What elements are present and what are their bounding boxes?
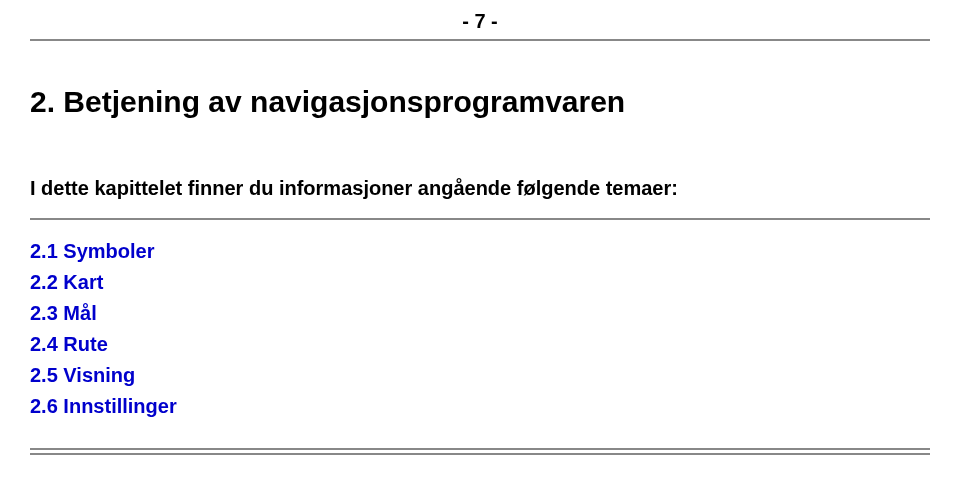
toc-link-visning[interactable]: 2.5 Visning [30,360,930,391]
page-number: - 7 - [30,10,930,33]
rule-top [30,39,930,41]
rule-after-toc [30,448,930,454]
toc-list: 2.1 Symboler 2.2 Kart 2.3 Mål 2.4 Rute 2… [30,236,930,422]
toc-link-kart[interactable]: 2.2 Kart [30,267,930,298]
intro-text: I dette kapittelet finner du informasjon… [30,177,930,200]
toc-link-innstillinger[interactable]: 2.6 Innstillinger [30,391,930,422]
chapter-heading: 2. Betjening av navigasjonsprogramvaren [30,85,930,119]
toc-link-mal[interactable]: 2.3 Mål [30,298,930,329]
document-page: - 7 - 2. Betjening av navigasjonsprogram… [0,0,960,502]
toc-link-symboler[interactable]: 2.1 Symboler [30,236,930,267]
toc-link-rute[interactable]: 2.4 Rute [30,329,930,360]
rule-before-toc [30,218,930,220]
